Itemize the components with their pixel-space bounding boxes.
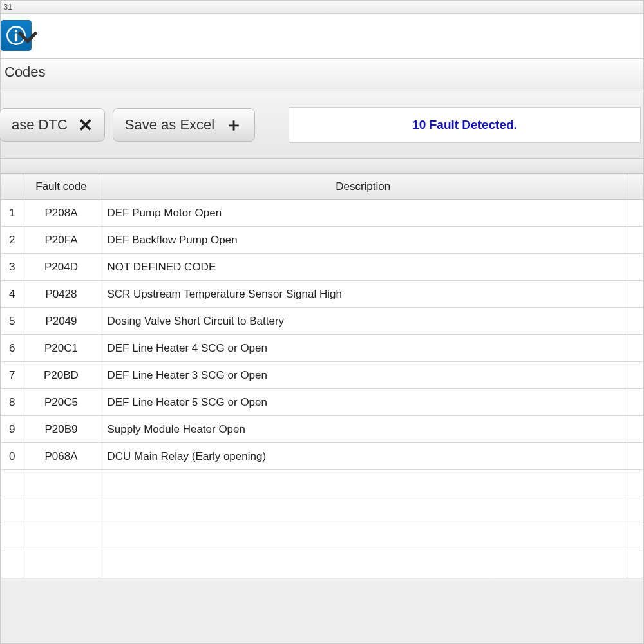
fault-status: 10 Fault Detected. <box>289 107 641 143</box>
table-row[interactable]: 7P20BDDEF Line Heater 3 SCG or Open <box>1 362 643 389</box>
row-description: SCR Upstream Temperature Sensor Signal H… <box>99 281 627 308</box>
table-row[interactable]: 0P068ADCU Main Relay (Early opening) <box>1 443 643 470</box>
row-fault-code: P0428 <box>23 281 99 308</box>
row-extra <box>627 200 643 227</box>
row-index: 1 <box>1 200 23 227</box>
row-index: 4 <box>1 281 23 308</box>
save-excel-label: Save as Excel <box>125 117 214 133</box>
title-text: 31 <box>3 2 12 12</box>
section-label: Codes <box>1 59 643 91</box>
header-description[interactable]: Description <box>99 174 627 200</box>
row-extra <box>627 389 643 416</box>
row-extra <box>627 416 643 443</box>
row-index: 2 <box>1 227 23 254</box>
erase-dtc-label: ase DTC <box>12 117 68 133</box>
header-fault-code[interactable]: Fault code <box>23 174 99 200</box>
row-description: DEF Line Heater 5 SCG or Open <box>99 389 627 416</box>
row-description: DCU Main Relay (Early opening) <box>99 443 627 470</box>
table-row-empty <box>1 470 643 497</box>
table-row[interactable]: 3P204DNOT DEFINED CODE <box>1 254 643 281</box>
row-description: Dosing Valve Short Circuit to Battery <box>99 308 627 335</box>
row-fault-code: P204D <box>23 254 99 281</box>
row-description: DEF Line Heater 3 SCG or Open <box>99 362 627 389</box>
row-index: 5 <box>1 308 23 335</box>
row-description: DEF Backflow Pump Open <box>99 227 627 254</box>
plus-icon: ＋ <box>225 113 243 137</box>
fault-status-text: 10 Fault Detected. <box>412 118 517 132</box>
row-extra <box>627 254 643 281</box>
row-description: Supply Module Heater Open <box>99 416 627 443</box>
chevron-down-icon[interactable] <box>17 26 39 48</box>
row-extra <box>627 308 643 335</box>
row-index: 0 <box>1 443 23 470</box>
table-header-row: Fault code Description <box>1 174 643 200</box>
row-fault-code: P208A <box>23 200 99 227</box>
table-row[interactable]: 9P20B9Supply Module Heater Open <box>1 416 643 443</box>
row-fault-code: P20B9 <box>23 416 99 443</box>
spacer-bar <box>1 159 643 173</box>
table-row[interactable]: 8P20C5DEF Line Heater 5 SCG or Open <box>1 389 643 416</box>
table-row[interactable]: 4P0428SCR Upstream Temperature Sensor Si… <box>1 281 643 308</box>
row-fault-code: P20BD <box>23 362 99 389</box>
row-index: 7 <box>1 362 23 389</box>
row-description: NOT DEFINED CODE <box>99 254 627 281</box>
info-button[interactable] <box>1 20 32 51</box>
row-description: DEF Pump Motor Open <box>99 200 627 227</box>
row-extra <box>627 443 643 470</box>
save-excel-button[interactable]: Save as Excel ＋ <box>113 108 255 142</box>
main-window: 31 Codes ase DTC ✕ Save as Excel ＋ 10 Fa… <box>0 0 644 644</box>
table-row[interactable]: 2P20FADEF Backflow Pump Open <box>1 227 643 254</box>
row-fault-code: P20C1 <box>23 335 99 362</box>
title-bar: 31 <box>1 1 643 14</box>
table-row[interactable]: 6P20C1DEF Line Heater 4 SCG or Open <box>1 335 643 362</box>
table-row[interactable]: 5P2049Dosing Valve Short Circuit to Batt… <box>1 308 643 335</box>
row-extra <box>627 227 643 254</box>
table-row[interactable]: 1P208ADEF Pump Motor Open <box>1 200 643 227</box>
row-fault-code: P068A <box>23 443 99 470</box>
row-extra <box>627 335 643 362</box>
row-extra <box>627 281 643 308</box>
header-extra[interactable] <box>627 174 643 200</box>
row-index: 9 <box>1 416 23 443</box>
row-index: 8 <box>1 389 23 416</box>
fault-table: Fault code Description 1P208ADEF Pump Mo… <box>1 173 643 578</box>
toolbar-strip <box>1 14 643 59</box>
row-index: 3 <box>1 254 23 281</box>
row-fault-code: P20C5 <box>23 389 99 416</box>
action-toolbar: ase DTC ✕ Save as Excel ＋ 10 Fault Detec… <box>1 91 643 159</box>
close-icon: ✕ <box>78 115 93 136</box>
row-description: DEF Line Heater 4 SCG or Open <box>99 335 627 362</box>
table-row-empty <box>1 524 643 551</box>
section-label-text: Codes <box>5 64 46 80</box>
row-extra <box>627 362 643 389</box>
row-fault-code: P2049 <box>23 308 99 335</box>
row-index: 6 <box>1 335 23 362</box>
table-row-empty <box>1 497 643 524</box>
header-index[interactable] <box>1 174 23 200</box>
erase-dtc-button[interactable]: ase DTC ✕ <box>0 108 105 142</box>
row-fault-code: P20FA <box>23 227 99 254</box>
table-row-empty <box>1 551 643 578</box>
